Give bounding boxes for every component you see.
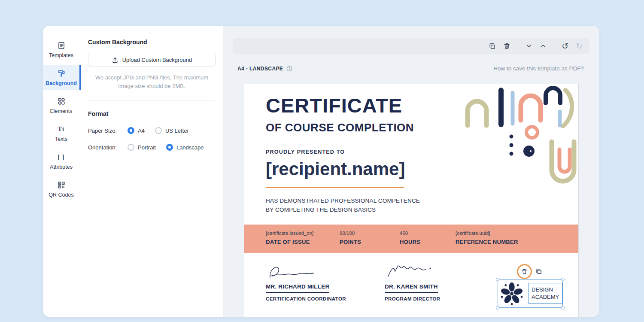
signatory-block-2[interactable]: DR. KAREN SMITH PROGRAM DIRECTOR — [385, 263, 483, 301]
radio-unselected-icon — [128, 144, 134, 151]
sidebar-item-label: Elements — [50, 108, 72, 114]
signature-1-image — [266, 263, 322, 281]
body-line-1: HAS DEMONSTRATED PROFESSIONAL COMPETENCE — [266, 196, 420, 205]
decorative-shapes — [462, 86, 577, 194]
signatory-title: PROGRAM DIRECTOR — [385, 296, 483, 301]
academy-logo-textbox[interactable]: DESIGN ACADEMY — [528, 283, 562, 304]
stat-points: 90/100 POINTS — [340, 231, 400, 253]
sidebar-item-label: Templates — [49, 52, 73, 58]
orientation-option-label: Landscape — [176, 144, 204, 151]
radio-unselected-icon — [155, 127, 162, 134]
paper-size-label: Paper Size: — [88, 128, 128, 134]
background-settings-panel: Custom Background Upload Custom Backgrou… — [81, 26, 223, 317]
certificate-body-text[interactable]: HAS DEMONSTRATED PROFESSIONAL COMPETENCE… — [266, 196, 420, 214]
panel-title: Custom Background — [88, 39, 216, 46]
orientation-option-portrait[interactable]: Portrait — [128, 144, 156, 151]
upload-custom-background-button[interactable]: Upload Custom Background — [88, 53, 216, 67]
sidebar-item-label: QR Codes — [49, 192, 73, 198]
sidebar-item-elements[interactable]: Elements — [43, 93, 81, 118]
recipient-name-placeholder[interactable]: [recipient.name] — [266, 159, 405, 179]
sidebar-item-attributes[interactable]: [ ] Attributes — [43, 149, 81, 174]
radio-selected-icon — [128, 127, 134, 134]
sidebar-item-label: Attributes — [50, 164, 73, 170]
qr-codes-icon — [58, 181, 65, 189]
upload-button-label: Upload Custom Background — [122, 57, 192, 63]
background-icon — [58, 69, 65, 77]
format-label-text: A4 - LANDSCAPE — [237, 66, 283, 72]
paper-size-row: Paper Size: A4 US Letter — [88, 127, 216, 134]
duplicate-icon[interactable] — [489, 43, 496, 50]
signatory-title: CERTIFICATION COORDINATOR — [266, 296, 365, 301]
orientation-option-landscape[interactable]: Landscape — [166, 144, 204, 151]
delete-icon[interactable] — [503, 43, 510, 50]
texts-icon: Tt — [58, 125, 65, 133]
sidebar-item-templates[interactable]: Templates — [43, 37, 81, 62]
stat-value: 90/100 — [340, 231, 400, 236]
info-icon[interactable] — [286, 66, 292, 72]
body-line-2: BY COMPLETING THE DESIGN BASICS — [266, 205, 420, 214]
delete-element-button[interactable] — [517, 264, 532, 279]
paper-size-option-label: US Letter — [165, 128, 189, 134]
upload-hint-text: We accept JPG and PNG files. The maximum… — [88, 73, 216, 90]
stat-value: [certificate.uuid] — [456, 231, 518, 236]
certificate-title[interactable]: CERTIFICATE — [266, 94, 402, 117]
canvas-area: ↺ ↻ A4 - LANDSCAPE How to save this temp… — [223, 26, 599, 317]
attributes-icon: [ ] — [58, 153, 65, 161]
page-format-label: A4 - LANDSCAPE — [237, 66, 292, 72]
signatory-name: MR. RICHARD MILLER — [266, 283, 329, 293]
stat-value: 450 — [400, 231, 456, 236]
orientation-option-label: Portrait — [138, 144, 156, 151]
certificate-stats-band[interactable]: [certificate.issued_on] DATE OF ISSUE 90… — [244, 225, 578, 253]
stat-value: [certificate.issued_on] — [266, 231, 340, 236]
canvas-meta-row: A4 - LANDSCAPE How to save this template… — [237, 65, 584, 72]
templates-icon — [58, 41, 65, 49]
certificate-preview[interactable]: CERTIFICATE OF COURSE COMPLETION PROUDLY… — [244, 84, 579, 317]
upload-icon — [112, 57, 118, 64]
sidebar-item-label: Texts — [55, 136, 67, 142]
radio-selected-icon — [166, 144, 173, 151]
signatory-block-1[interactable]: MR. RICHARD MILLER CERTIFICATION COORDIN… — [266, 263, 365, 301]
stat-hours: 450 HOURS — [400, 231, 456, 253]
paper-size-option-label: A4 — [138, 128, 145, 134]
toolbar-divider — [554, 43, 554, 49]
duplicate-element-button[interactable] — [535, 268, 542, 275]
move-up-icon[interactable] — [540, 43, 547, 49]
undo-icon[interactable]: ↺ — [562, 42, 568, 50]
certificate-subtitle[interactable]: OF COURSE COMPLETION — [266, 121, 414, 134]
stat-label: DATE OF ISSUE — [266, 239, 340, 245]
orientation-row: Orientation: Portrait Landscape — [88, 144, 216, 151]
stat-label: HOURS — [400, 239, 456, 245]
paper-size-option-a4[interactable]: A4 — [128, 127, 145, 134]
recipient-underline — [266, 187, 404, 188]
stat-date-of-issue: [certificate.issued_on] DATE OF ISSUE — [266, 231, 340, 253]
resize-handle-bottom-left[interactable] — [496, 306, 499, 310]
stat-reference-number: [certificate.uuid] REFERENCE NUMBER — [456, 231, 518, 253]
save-as-pdf-help-link[interactable]: How to save this template as PDF? — [493, 65, 584, 72]
redo-glyph: ↻ — [576, 42, 583, 50]
resize-handle-bottom-right[interactable] — [561, 306, 565, 310]
duplicate-icon — [535, 268, 542, 275]
redo-icon[interactable]: ↻ — [576, 42, 583, 50]
signature-2-image — [385, 263, 440, 281]
sidebar-item-label: Background — [46, 80, 77, 86]
logo-text-line-2: ACADEMY — [532, 293, 559, 301]
undo-glyph: ↺ — [562, 42, 568, 50]
elements-icon — [58, 97, 65, 105]
sidebar: Templates Background Elem — [43, 26, 81, 317]
editor-window: Templates Background Elem — [43, 26, 599, 317]
presented-label[interactable]: PROUDLY PRESENTED TO — [266, 149, 345, 155]
canvas-toolbar: ↺ ↻ — [233, 38, 589, 54]
panel-divider — [88, 100, 216, 101]
selected-logo-element[interactable]: DESIGN ACADEMY — [498, 279, 563, 308]
sidebar-item-background[interactable]: Background — [43, 65, 81, 90]
sidebar-item-qr-codes[interactable]: QR Codes — [43, 176, 81, 202]
move-down-icon[interactable] — [526, 43, 532, 49]
logo-text-line-1: DESIGN — [532, 286, 559, 293]
stat-label: REFERENCE NUMBER — [456, 239, 518, 245]
orientation-label: Orientation: — [88, 144, 128, 151]
stat-label: POINTS — [340, 239, 400, 245]
paper-size-option-us-letter[interactable]: US Letter — [155, 127, 189, 134]
academy-logo-mark — [499, 281, 525, 307]
resize-handle-top-right[interactable] — [561, 278, 565, 281]
sidebar-item-texts[interactable]: Tt Texts — [43, 121, 81, 146]
